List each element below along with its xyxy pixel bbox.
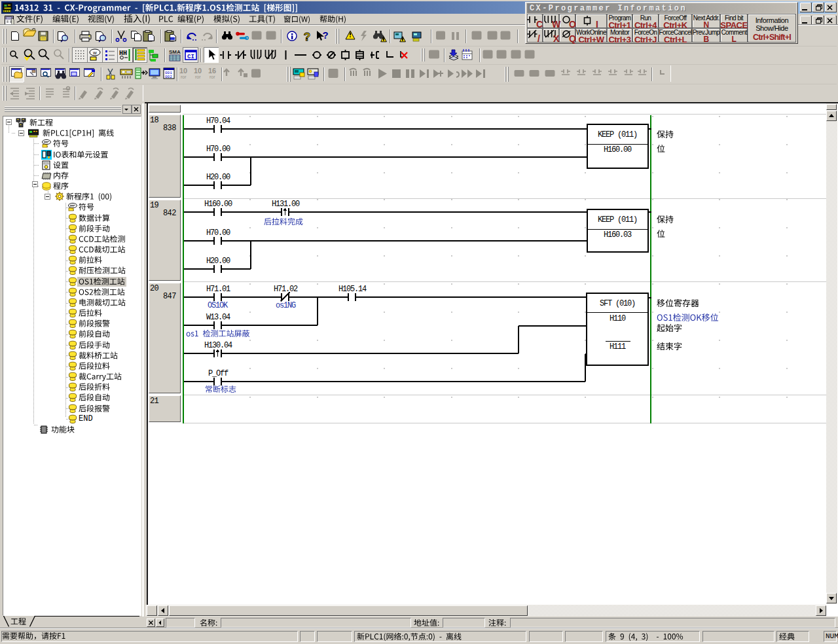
svg-text:W13.04: W13.04	[206, 313, 230, 322]
svg-text:OS1OK: OS1OK	[208, 301, 228, 310]
svg-text:ror: ror	[181, 75, 187, 79]
svg-text:H20.00: H20.00	[206, 257, 230, 266]
svg-text:H70.00: H70.00	[206, 228, 230, 238]
svg-text:SFT (010): SFT (010)	[600, 299, 635, 308]
svg-text:10: 10	[179, 67, 187, 75]
svg-text:P_Off: P_Off	[208, 369, 228, 378]
svg-text:H160.00: H160.00	[204, 200, 232, 209]
svg-text:w: w	[92, 50, 97, 56]
svg-text:H160.03: H160.03	[604, 230, 632, 240]
svg-text:002: 002	[165, 75, 172, 79]
svg-text:16: 16	[208, 67, 216, 75]
svg-text:H71.02: H71.02	[274, 285, 298, 294]
svg-text:KEEP (011): KEEP (011)	[598, 130, 637, 139]
svg-text:H71.01: H71.01	[206, 285, 230, 294]
svg-text:10: 10	[194, 67, 202, 75]
svg-text:H110: H110	[610, 314, 626, 323]
svg-text:SMA: SMA	[169, 49, 181, 55]
svg-text:H70.00: H70.00	[206, 145, 230, 154]
svg-text:CI: CI	[187, 54, 194, 60]
svg-text:H20.00: H20.00	[206, 173, 230, 182]
svg-text:ror: ror	[210, 75, 215, 79]
svg-text:H160.00: H160.00	[604, 145, 632, 154]
svg-text:H70.04: H70.04	[206, 116, 230, 126]
svg-text:H130.04: H130.04	[204, 341, 232, 350]
svg-text:ror: ror	[195, 75, 201, 79]
svg-text:KEEP (011): KEEP (011)	[598, 215, 637, 224]
svg-text:H111: H111	[610, 342, 626, 351]
svg-text:H131.00: H131.00	[272, 200, 300, 209]
svg-text:HH: HH	[119, 50, 127, 57]
svg-text:H105.14: H105.14	[338, 285, 367, 294]
svg-text:os1NG: os1NG	[276, 301, 296, 310]
